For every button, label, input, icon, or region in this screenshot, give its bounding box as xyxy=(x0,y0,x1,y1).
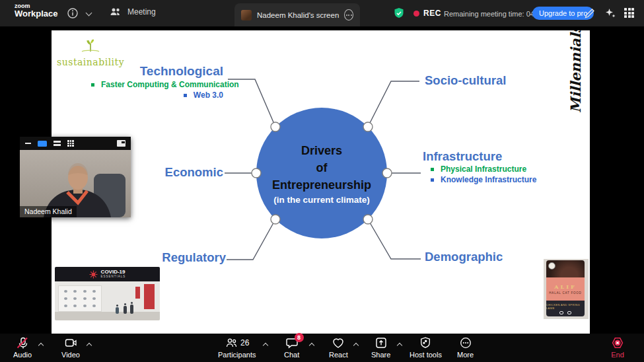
pouch-label: ALIF HALAL CAT FOOD xyxy=(546,277,585,301)
virus-icon xyxy=(89,270,98,279)
share-options-caret[interactable] xyxy=(397,342,403,347)
share-label: Share xyxy=(371,351,390,359)
video-label: Video xyxy=(61,351,80,359)
webcam-video-feed: Nadeem Khalid xyxy=(20,150,131,217)
cat-food-line: HALAL CAT FOOD xyxy=(549,291,581,295)
tab-shared-screen[interactable]: Nadeem Khalid's screen xyxy=(234,3,360,26)
chat-button[interactable]: 8 Chat xyxy=(284,336,299,359)
infrastructure-bullets: Physical Infrastructure Knowledge Infras… xyxy=(431,164,536,185)
cat-food-pouch: ALIF HALAL CAT FOOD CHICKEN AND SPRING L… xyxy=(546,260,585,316)
bullet-item: Physical Infrastructure xyxy=(431,164,536,174)
branch-label-technological: Technological xyxy=(91,64,223,79)
remaining-time-label: Remaining meeting time: 04:01 xyxy=(444,10,544,18)
bullet-square-icon xyxy=(184,94,187,97)
bullet-item: Web 3.0 xyxy=(91,90,223,100)
sustainability-logo: sustainability xyxy=(57,37,124,67)
recording-indicator: REC xyxy=(413,9,441,18)
halal-badge-icon xyxy=(548,262,555,270)
center-circle-text: Drivers of Entrepreneurship (in the curr… xyxy=(256,107,388,239)
top-bar: zoom Workplace Meeting Nadeem Khalid's s… xyxy=(0,0,644,26)
minimize-icon[interactable] xyxy=(25,143,31,144)
store-shelf xyxy=(58,285,102,312)
logo-line2: Workplace xyxy=(15,9,58,18)
end-label: End xyxy=(611,351,624,359)
pouch-flavor-band: CHICKEN AND SPRING LAMB xyxy=(546,301,585,316)
host-tools-shield-icon xyxy=(419,336,432,349)
react-button[interactable]: React xyxy=(329,336,348,359)
participants-label: Participants xyxy=(218,351,256,359)
covid-sign-title: COVID-19 xyxy=(101,270,126,275)
technological-bullets: Faster Computing & Communication Web 3.0 xyxy=(91,79,223,100)
branch-label-socio-cultural: Socio-cultural xyxy=(425,73,506,88)
info-icon[interactable] xyxy=(66,7,79,20)
branch-label-demographic: Demographic xyxy=(425,250,503,264)
covid-store-sign: COVID-19 ESSENTIALS xyxy=(55,267,160,281)
people-icon xyxy=(109,5,122,18)
cat-food-photo: ALIF HALAL CAT FOOD CHICKEN AND SPRING L… xyxy=(544,259,589,319)
chat-options-caret[interactable] xyxy=(309,342,315,347)
active-speaker-view-icon[interactable] xyxy=(38,141,47,147)
heart-icon xyxy=(332,336,345,349)
recording-label: REC xyxy=(423,9,441,18)
participants-count: 26 xyxy=(240,338,249,347)
react-options-caret[interactable] xyxy=(353,342,359,347)
apps-grid-icon[interactable] xyxy=(624,8,634,18)
avatar xyxy=(241,10,252,20)
ai-companion-sparkle-icon[interactable] xyxy=(604,7,617,20)
participants-button[interactable]: 26 Participants xyxy=(218,336,256,359)
end-button[interactable]: End xyxy=(611,336,624,359)
participants-options-caret[interactable] xyxy=(263,342,269,347)
flavor-icons xyxy=(559,311,571,314)
chat-label: Chat xyxy=(284,351,299,359)
circle-subtitle: (in the current climate) xyxy=(273,195,370,205)
bullet-item: Faster Computing & Communication xyxy=(91,79,223,90)
security-shield-icon[interactable] xyxy=(392,7,406,20)
bullet-item: Knowledge Infrastructure xyxy=(431,174,536,185)
tab-meeting[interactable]: Meeting xyxy=(109,5,156,18)
host-tools-label: Host tools xyxy=(410,351,442,359)
shopper-silhouette xyxy=(116,307,119,314)
annotate-pencil-icon[interactable] xyxy=(583,7,596,20)
red-wall-panel xyxy=(135,287,140,299)
pouch-top-cat-art xyxy=(546,260,585,277)
react-label: React xyxy=(329,351,348,359)
chat-unread-badge: 8 xyxy=(295,333,304,342)
branch-label-infrastructure: Infrastructure xyxy=(423,149,502,164)
video-camera-icon xyxy=(64,336,77,349)
video-options-caret[interactable] xyxy=(87,342,92,347)
bullet-square-icon xyxy=(91,83,94,87)
more-button[interactable]: More xyxy=(457,336,474,359)
audio-options-caret[interactable] xyxy=(38,342,44,347)
more-label: More xyxy=(457,351,474,359)
more-ellipsis-icon xyxy=(459,336,472,349)
covid-sign-subtitle: ESSENTIALS xyxy=(101,275,126,279)
tab-options-icon[interactable] xyxy=(344,9,353,20)
host-tools-button[interactable]: Host tools xyxy=(410,336,442,359)
webcam-titlebar xyxy=(20,137,131,150)
audio-label: Audio xyxy=(13,351,32,359)
end-meeting-icon xyxy=(611,336,624,349)
gallery-view-icon[interactable] xyxy=(67,140,74,147)
chicken-icon xyxy=(559,311,563,314)
participants-icon xyxy=(225,336,238,349)
meeting-toolbar: Audio Video 26 Participants xyxy=(0,334,644,362)
shared-screen-tab-label: Nadeem Khalid's screen xyxy=(257,11,339,19)
list-view-icon[interactable] xyxy=(54,141,61,146)
video-button[interactable]: Video xyxy=(61,336,80,359)
branch-label-regulatory: Regulatory xyxy=(94,250,226,265)
popout-layout-icon[interactable] xyxy=(117,140,125,147)
presentation-slide: sustainability Millennials Technological… xyxy=(52,30,590,334)
meeting-tab-label: Meeting xyxy=(127,7,156,17)
bullet-square-icon xyxy=(431,178,434,182)
red-wall-panel xyxy=(144,284,155,309)
cat-food-flavor: CHICKEN AND SPRING LAMB xyxy=(546,303,585,310)
chevron-down-icon[interactable] xyxy=(86,11,92,17)
circle-line1: Drivers xyxy=(301,142,342,159)
microphone-muted-icon xyxy=(16,336,29,349)
webcam-video-window[interactable]: Nadeem Khalid xyxy=(20,137,131,217)
circle-line3: Entrepreneurship xyxy=(272,176,371,194)
audio-button[interactable]: Audio xyxy=(13,336,32,359)
shopper-silhouette xyxy=(130,305,133,314)
share-button[interactable]: Share xyxy=(371,336,390,359)
millennials-watermark: Millennials xyxy=(567,34,585,113)
